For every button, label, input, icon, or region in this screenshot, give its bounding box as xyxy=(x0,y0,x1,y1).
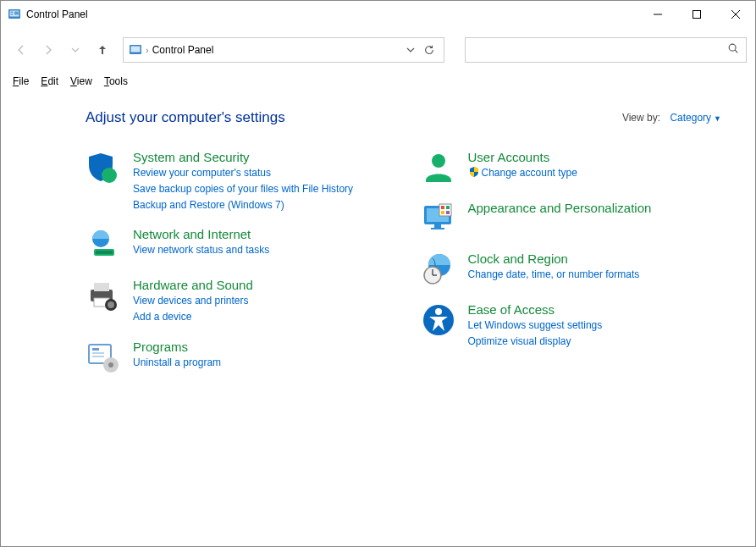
address-bar[interactable]: › Control Panel xyxy=(123,37,444,63)
svg-rect-25 xyxy=(92,356,104,357)
svg-rect-16 xyxy=(96,251,113,254)
clock-globe-icon xyxy=(421,251,456,287)
svg-rect-37 xyxy=(446,211,450,214)
svg-rect-36 xyxy=(441,211,444,214)
category-link[interactable]: Let Windows suggest settings xyxy=(468,318,603,333)
forward-button[interactable] xyxy=(36,38,60,62)
monitor-icon xyxy=(421,201,456,236)
svg-point-43 xyxy=(435,308,442,315)
category-link[interactable]: Backup and Restore (Windows 7) xyxy=(133,198,353,213)
category-link[interactable]: Uninstall a program xyxy=(133,356,221,370)
navigation-toolbar: › Control Panel xyxy=(1,33,755,67)
svg-rect-34 xyxy=(441,206,444,209)
svg-rect-6 xyxy=(693,11,701,19)
category-title[interactable]: Appearance and Personalization xyxy=(468,201,652,215)
window-titlebar: Control Panel xyxy=(1,1,755,28)
category-title[interactable]: System and Security xyxy=(133,150,353,164)
printer-icon xyxy=(86,278,121,313)
page-title: Adjust your computer's settings xyxy=(86,109,622,126)
user-icon xyxy=(421,150,456,185)
recent-locations-button[interactable] xyxy=(63,38,87,62)
category-link[interactable]: View network status and tasks xyxy=(133,243,269,257)
category-title[interactable]: Ease of Access xyxy=(468,302,603,317)
svg-point-13 xyxy=(102,168,117,183)
search-box[interactable] xyxy=(465,37,747,63)
svg-rect-4 xyxy=(14,12,19,15)
shield-icon xyxy=(86,150,121,185)
accessibility-icon xyxy=(421,302,456,338)
network-icon xyxy=(86,227,121,262)
svg-point-11 xyxy=(729,44,736,51)
menu-view[interactable]: View xyxy=(65,74,97,89)
category-appearance: Appearance and Personalization xyxy=(421,201,722,236)
menu-file[interactable]: File xyxy=(8,74,34,89)
svg-point-27 xyxy=(108,362,113,367)
menu-tools[interactable]: Tools xyxy=(99,74,133,89)
minimize-button[interactable] xyxy=(638,1,677,28)
category-link[interactable]: Optimize visual display xyxy=(468,334,603,349)
svg-point-28 xyxy=(432,154,445,168)
category-clock: Clock and Region Change date, time, or n… xyxy=(421,251,722,287)
category-link[interactable]: Save backup copies of your files with Fi… xyxy=(133,182,353,196)
control-panel-icon xyxy=(8,8,21,21)
search-input[interactable] xyxy=(472,44,727,56)
address-dropdown-button[interactable] xyxy=(401,41,420,59)
category-network: Network and Internet View network status… xyxy=(86,227,387,262)
uac-shield-icon xyxy=(468,166,480,178)
svg-rect-18 xyxy=(94,283,109,291)
svg-rect-24 xyxy=(92,352,104,354)
category-user-accounts: User Accounts Change account type xyxy=(421,150,722,185)
category-title[interactable]: Hardware and Sound xyxy=(133,278,253,292)
menu-edit[interactable]: Edit xyxy=(36,74,63,89)
category-title[interactable]: Clock and Region xyxy=(468,251,640,266)
svg-rect-2 xyxy=(11,12,14,14)
category-title[interactable]: Network and Internet xyxy=(133,227,269,241)
programs-icon xyxy=(86,340,121,375)
category-programs: Programs Uninstall a program xyxy=(86,340,387,375)
close-button[interactable] xyxy=(716,1,755,28)
control-panel-icon xyxy=(129,43,142,57)
category-link[interactable]: Change account type xyxy=(468,166,577,180)
svg-rect-32 xyxy=(431,228,444,229)
category-ease-of-access: Ease of Access Let Windows suggest setti… xyxy=(421,302,722,349)
chevron-down-icon: ▼ xyxy=(714,114,721,123)
category-hardware: Hardware and Sound View devices and prin… xyxy=(86,278,387,324)
breadcrumb-separator-icon[interactable]: › xyxy=(146,45,149,55)
category-link[interactable]: Review your computer's status xyxy=(133,166,353,180)
svg-rect-35 xyxy=(446,206,450,209)
svg-rect-23 xyxy=(92,348,99,351)
menu-bar: File Edit View Tools xyxy=(1,70,755,92)
content-area: Adjust your computer's settings View by:… xyxy=(1,92,755,392)
category-title[interactable]: Programs xyxy=(133,340,221,354)
category-title[interactable]: User Accounts xyxy=(468,150,577,164)
svg-rect-31 xyxy=(434,224,441,228)
search-icon[interactable] xyxy=(727,42,739,58)
up-button[interactable] xyxy=(91,38,114,62)
view-by-control: View by: Category▼ xyxy=(622,112,721,124)
breadcrumb[interactable]: Control Panel xyxy=(152,44,214,56)
category-link[interactable]: Change date, time, or number formats xyxy=(468,268,640,282)
svg-line-12 xyxy=(735,50,737,52)
refresh-button[interactable] xyxy=(420,41,439,59)
maximize-button[interactable] xyxy=(677,1,716,28)
back-button[interactable] xyxy=(9,38,33,62)
view-by-value[interactable]: Category▼ xyxy=(670,112,721,124)
svg-point-21 xyxy=(108,301,114,308)
svg-rect-10 xyxy=(131,47,141,52)
window-title: Control Panel xyxy=(26,8,638,20)
category-link[interactable]: View devices and printers xyxy=(133,294,253,308)
svg-rect-3 xyxy=(11,14,14,15)
view-by-label: View by: xyxy=(622,112,660,124)
category-system-security: System and Security Review your computer… xyxy=(86,150,387,212)
category-link[interactable]: Add a device xyxy=(133,310,253,324)
